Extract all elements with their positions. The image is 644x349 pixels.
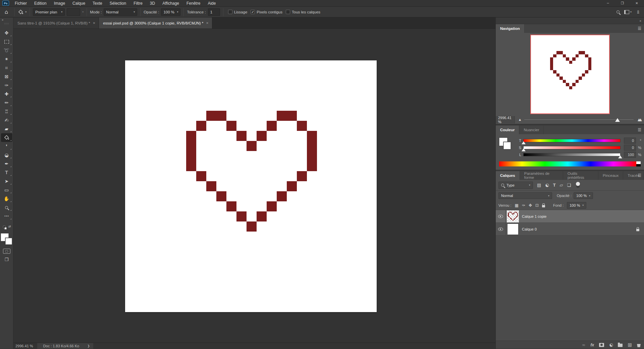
menu-edition[interactable]: Edition xyxy=(31,0,50,7)
canvas[interactable] xyxy=(125,60,377,312)
healing-tool[interactable]: ✚ xyxy=(1,90,12,98)
chevron-right-icon[interactable]: ❯ xyxy=(87,344,90,348)
menu-image[interactable]: Image xyxy=(50,0,69,7)
lock-transparency-icon[interactable]: ▦ xyxy=(515,203,519,208)
document-tab-0[interactable]: Sans titre-1 @ 1910% (Calque 1, RVB/8) *… xyxy=(13,17,99,29)
fx-icon[interactable]: fx xyxy=(590,343,594,347)
checked-checkbox-icon[interactable]: ✓ xyxy=(251,10,255,14)
delete-layer-icon[interactable] xyxy=(637,344,641,347)
menu-selection[interactable]: Sélection xyxy=(106,0,130,7)
lock-artboard-icon[interactable]: ⊡ xyxy=(535,203,539,208)
pencil-tool[interactable]: ✏ xyxy=(1,98,12,107)
zoom-tool[interactable] xyxy=(1,203,12,212)
smudge-tool[interactable]: ❜ xyxy=(1,142,12,151)
type-filter-icon[interactable]: T xyxy=(553,183,556,188)
menu-texte[interactable]: Texte xyxy=(89,0,106,7)
new-layer-icon[interactable]: ⊞ xyxy=(628,342,632,348)
adjustment-layer-icon[interactable]: ◐ xyxy=(608,342,614,348)
eraser-tool[interactable]: ▰ xyxy=(1,124,12,133)
more-tools[interactable]: ••• xyxy=(1,212,12,220)
link-icon[interactable]: ∞ xyxy=(582,342,586,347)
filter-toggle-pill[interactable] xyxy=(576,182,580,188)
slider-track[interactable] xyxy=(523,146,621,149)
paint-bucket-tool[interactable] xyxy=(1,133,12,142)
shape-filter-icon[interactable]: ▱ xyxy=(560,183,563,188)
foreground-background-swatches[interactable] xyxy=(1,233,13,245)
background-color-swatch[interactable] xyxy=(5,238,12,245)
close-icon[interactable]: ✕ xyxy=(93,21,96,25)
color-panel-swatches[interactable] xyxy=(499,138,513,152)
lock-all-icon[interactable] xyxy=(542,205,545,207)
eye-icon[interactable] xyxy=(498,215,503,218)
layer-row-0[interactable]: Calque 1 copie xyxy=(496,210,644,223)
lasso-tool[interactable]: ➰ xyxy=(1,46,12,55)
crop-tool[interactable]: ⌗ xyxy=(1,63,12,72)
menu-aide[interactable]: Aide xyxy=(204,0,219,7)
share-icon[interactable]: ⇫ xyxy=(636,9,640,14)
pen-tool[interactable]: ✒ xyxy=(1,159,12,168)
toolbar-grip[interactable] xyxy=(4,23,9,24)
eyedropper-tool[interactable]: ✑ xyxy=(1,81,12,90)
layer-thumbnail[interactable] xyxy=(507,211,519,222)
eye-icon[interactable] xyxy=(498,228,503,231)
type-tool[interactable]: T xyxy=(1,168,12,177)
tab-outils-pre-de-finis[interactable]: Outils prédéfinis xyxy=(563,171,598,180)
menu-calque[interactable]: Calque xyxy=(69,0,89,7)
tab-parame-tres-de-forme[interactable]: Paramètres de forme xyxy=(520,171,563,180)
checkbox-lissage[interactable]: Lissage xyxy=(228,10,248,14)
history-brush-tool[interactable]: ✍ xyxy=(1,116,12,124)
status-zoom-level[interactable]: 2996.41 % xyxy=(13,344,37,348)
tab-pinceaux[interactable]: Pinceaux xyxy=(598,171,623,180)
swap-colors-icon[interactable]: ⇄ xyxy=(3,225,10,230)
spectrum-black-white[interactable] xyxy=(636,161,641,166)
minimize-icon[interactable]: ─ xyxy=(601,0,615,7)
slider-value[interactable]: 0 xyxy=(624,138,636,144)
hand-tool[interactable]: ✋ xyxy=(1,194,12,203)
restore-icon[interactable]: ❐ xyxy=(615,0,630,7)
slider-track[interactable] xyxy=(523,153,621,156)
layer-filter-dropdown[interactable]: Type ▾ xyxy=(498,182,533,189)
panel-menu-icon[interactable]: ☰ xyxy=(638,128,641,132)
panel-menu-icon[interactable]: ☰ xyxy=(638,26,641,31)
tab-nuancier[interactable]: Nuancier xyxy=(519,126,544,134)
unchecked-checkbox-icon[interactable] xyxy=(286,10,290,14)
home-icon[interactable]: ⌂ xyxy=(1,9,11,15)
screen-mode-icon[interactable]: ❐ xyxy=(5,257,9,262)
frame-tool[interactable]: ⊠ xyxy=(1,72,12,81)
group-folder-icon[interactable] xyxy=(618,344,623,347)
navigation-zoom-slider[interactable] xyxy=(524,119,634,120)
clone-stamp-tool[interactable]: ♖ xyxy=(1,107,12,116)
mode-dropdown[interactable]: Normal ▾ xyxy=(104,8,137,16)
status-doc-size[interactable]: Doc : 1.83 Ko/4.66 Ko ❯ xyxy=(37,343,93,349)
checkbox-pixels-contigus[interactable]: ✓Pixels contigus xyxy=(251,10,282,14)
slider-value[interactable]: 0 xyxy=(624,145,636,151)
blend-mode-dropdown[interactable]: Normal ▾ xyxy=(498,192,552,199)
visibility-cell[interactable] xyxy=(496,223,506,235)
magic-wand-tool[interactable]: ✴ xyxy=(1,55,12,63)
slider-track[interactable] xyxy=(523,139,621,142)
menu-fenetre[interactable]: Fenêtre xyxy=(183,0,204,7)
slider-thumb[interactable] xyxy=(522,141,526,144)
menu-filtre[interactable]: Filtre xyxy=(130,0,146,7)
zoom-out-icon[interactable]: ▲ xyxy=(519,118,521,121)
zoom-in-icon[interactable]: ▲▲ xyxy=(638,117,641,122)
menu-3d[interactable]: 3D xyxy=(146,0,159,7)
checkbox-tous-les-calques[interactable]: Tous les calques xyxy=(286,10,320,14)
spectrum-gradient[interactable] xyxy=(499,161,636,166)
quick-mask-icon[interactable] xyxy=(3,249,10,254)
menu-fichier[interactable]: Fichier xyxy=(11,0,31,7)
smart-object-filter-icon[interactable]: ❏ xyxy=(567,183,571,188)
adjustment-filter-icon[interactable]: ◐ xyxy=(544,182,550,188)
close-icon[interactable]: ✕ xyxy=(206,21,209,25)
lock-paint-icon[interactable]: ✑ xyxy=(522,203,525,208)
slider-value[interactable]: 100 xyxy=(624,152,636,158)
marquee-tool[interactable] xyxy=(1,37,12,46)
shape-tool[interactable]: ▭ xyxy=(1,186,12,194)
navigation-proxy-preview[interactable] xyxy=(530,35,610,114)
navigation-zoom-value[interactable]: 2996.41 % xyxy=(496,116,515,123)
dodge-tool[interactable]: ◒ xyxy=(1,151,12,159)
layer-thumbnail[interactable] xyxy=(507,223,519,235)
layer-row-1[interactable]: Calque 0 xyxy=(496,223,644,236)
fill-source-dropdown[interactable]: Premier plan ▾ xyxy=(33,8,65,16)
lock-position-icon[interactable]: ✥ xyxy=(529,203,532,208)
